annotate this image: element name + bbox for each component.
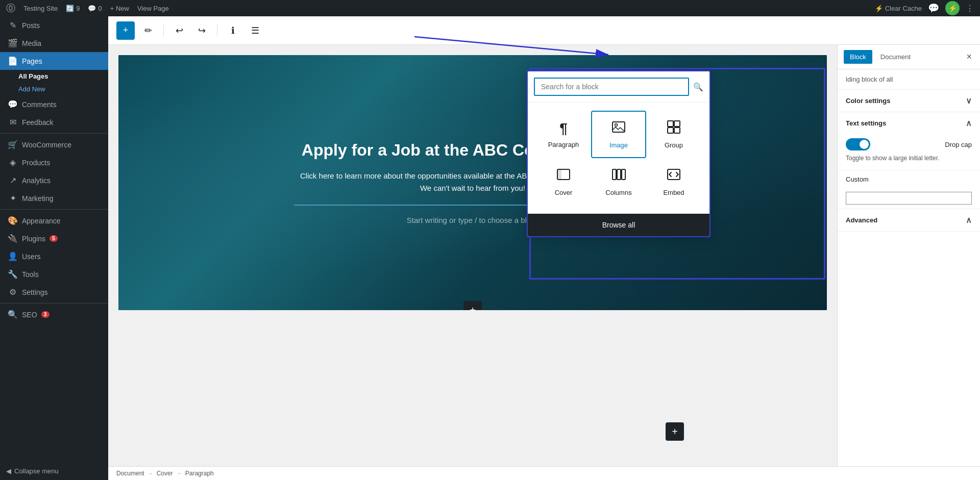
collapse-icon: ◀ (6, 467, 11, 475)
sidebar-item-settings[interactable]: ⚙ Settings (0, 283, 108, 301)
sidebar-separator-2 (0, 209, 108, 210)
comment-icon: 💬 (88, 5, 96, 12)
chevron-down-icon: ∨ (966, 96, 972, 106)
add-block-center-button[interactable]: + (463, 301, 482, 310)
image-icon (611, 120, 626, 137)
woocommerce-icon: 🛒 (8, 140, 18, 149)
add-block-bottom-button[interactable]: + (666, 422, 684, 441)
sidebar-item-comments[interactable]: 💬 Comments (0, 95, 108, 113)
svg-rect-2 (612, 122, 625, 132)
main-layout: ✎ Posts 🎬 Media 📄 Pages All Pages Add Ne… (0, 16, 980, 480)
media-icon: 🎬 (8, 38, 18, 48)
cover-block[interactable]: Apply for a Job at the ABC Company Today… (118, 55, 827, 310)
svg-rect-10 (612, 169, 616, 180)
bolt-icon: ⚡ (875, 5, 883, 12)
users-icon: 👤 (8, 251, 18, 261)
custom-input[interactable] (846, 192, 972, 205)
sidebar-subitem-all-pages[interactable]: All Pages (0, 70, 108, 83)
redo-button[interactable]: ↪ (192, 21, 211, 40)
sidebar-item-posts[interactable]: ✎ Posts (0, 16, 108, 34)
advanced-header[interactable]: Advanced ∧ (838, 209, 980, 231)
svg-rect-9 (557, 169, 561, 180)
sidebar-subitem-add-new[interactable]: Add New (0, 83, 108, 95)
cover-content: Apply for a Job at the ABC Company Today… (118, 120, 827, 245)
sidebar-item-media[interactable]: 🎬 Media (0, 34, 108, 52)
notifications-icon[interactable]: 💬 (928, 3, 939, 14)
cover-placeholder[interactable]: Start writing or type / to choose a bloc… (129, 216, 817, 224)
products-icon: ◈ (8, 158, 18, 167)
editor-toolbar: + ✏ ↩ ↪ ℹ ☰ (108, 16, 980, 45)
seo-badge: 3 (41, 311, 50, 318)
block-search-input[interactable] (534, 78, 689, 96)
svg-rect-7 (674, 128, 680, 133)
sidebar-item-plugins[interactable]: 🔌 Plugins 5 (0, 230, 108, 247)
block-label-embed: Embed (663, 189, 684, 196)
undo-button[interactable]: ↩ (170, 21, 188, 40)
block-label-group: Group (665, 141, 683, 149)
text-settings-section: Text settings ∧ Drop cap Toggle to show … (838, 112, 980, 170)
cover-heading[interactable]: Apply for a Job at the ABC Company Today… (129, 141, 817, 160)
chevron-up-icon: ∧ (966, 118, 972, 128)
new-content-link[interactable]: + New (110, 5, 129, 12)
list-view-button[interactable]: ☰ (246, 21, 264, 40)
user-avatar[interactable]: ⚡ (945, 1, 960, 15)
sidebar-item-seo[interactable]: 🔍 SEO 3 (0, 306, 108, 323)
breadcrumb-paragraph[interactable]: Paragraph (185, 470, 214, 477)
drop-cap-label: Drop cap (945, 141, 972, 148)
sidebar-item-pages[interactable]: 📄 Pages (0, 52, 108, 70)
more-options-icon[interactable]: ⋮ (966, 4, 974, 13)
toolbar-separator (163, 24, 164, 37)
appearance-icon: 🎨 (8, 216, 18, 225)
columns-icon (611, 167, 626, 185)
tab-block[interactable]: Block (844, 50, 872, 64)
drop-cap-description: Toggle to show a large initial letter. (846, 155, 972, 162)
text-settings-header[interactable]: Text settings ∧ (838, 112, 980, 134)
cover-icon (556, 167, 571, 185)
tab-document[interactable]: Document (874, 50, 917, 64)
block-item-paragraph[interactable]: ¶ Paragraph (536, 111, 591, 158)
wp-logo-icon[interactable]: ⓪ (6, 2, 15, 14)
sidebar-item-products[interactable]: ◈ Products (0, 154, 108, 171)
block-item-cover[interactable]: Cover (536, 158, 591, 206)
editor-body: Apply for a Job at the ABC Company Today… (108, 45, 980, 466)
breadcrumb-cover[interactable]: Cover (157, 470, 173, 477)
pencil-icon: ✏ (144, 25, 152, 36)
collapse-menu-button[interactable]: ◀ Collapse menu (0, 462, 108, 480)
sidebar-item-marketing[interactable]: ✦ Marketing (0, 189, 108, 207)
block-item-columns[interactable]: Columns (591, 158, 646, 206)
block-item-image[interactable]: Image (591, 111, 646, 158)
redo-icon: ↪ (198, 25, 206, 36)
edit-tool-button[interactable]: ✏ (139, 21, 157, 40)
sidebar-item-analytics[interactable]: ↗ Analytics (0, 171, 108, 189)
sidebar-item-appearance[interactable]: 🎨 Appearance (0, 212, 108, 230)
updates-link[interactable]: 🔄 9 (66, 5, 80, 12)
sidebar-item-tools[interactable]: 🔧 Tools (0, 265, 108, 283)
block-item-embed[interactable]: Embed (646, 158, 701, 206)
toggle-slider (846, 138, 870, 150)
browse-all-button[interactable]: Browse all (528, 214, 709, 236)
settings-icon: ⚙ (8, 287, 18, 297)
breadcrumb-document[interactable]: Document (116, 470, 144, 477)
info-button[interactable]: ℹ (224, 21, 242, 40)
right-panel: Block Document × lding block of all Colo… (837, 45, 980, 466)
toolbar-separator-2 (217, 24, 217, 37)
posts-icon: ✎ (8, 20, 18, 30)
building-block-text: lding block of all (846, 75, 972, 83)
sidebar-item-feedback[interactable]: ✉ Feedback (0, 113, 108, 131)
drop-cap-toggle[interactable] (846, 138, 870, 150)
view-page-link[interactable]: View Page (137, 5, 169, 12)
site-name[interactable]: Testing Site (23, 5, 58, 12)
editor-area: + ✏ ↩ ↪ ℹ ☰ (108, 16, 980, 480)
updates-icon: 🔄 (66, 5, 74, 12)
advanced-chevron-up-icon: ∧ (966, 215, 972, 225)
sidebar-item-users[interactable]: 👤 Users (0, 247, 108, 265)
add-block-button[interactable]: + (116, 21, 135, 40)
clear-cache-button[interactable]: ⚡ Clear Cache (875, 5, 922, 12)
sidebar-item-woocommerce[interactable]: 🛒 WooCommerce (0, 136, 108, 154)
admin-bar-right: ⚡ Clear Cache 💬 ⚡ ⋮ (875, 1, 974, 15)
close-panel-button[interactable]: × (964, 49, 974, 64)
comments-link[interactable]: 💬 0 (88, 5, 102, 12)
color-settings-header[interactable]: Color settings ∨ (838, 90, 980, 112)
block-item-group[interactable]: Group (646, 111, 701, 158)
text-settings-content: Drop cap Toggle to show a large initial … (838, 134, 980, 170)
